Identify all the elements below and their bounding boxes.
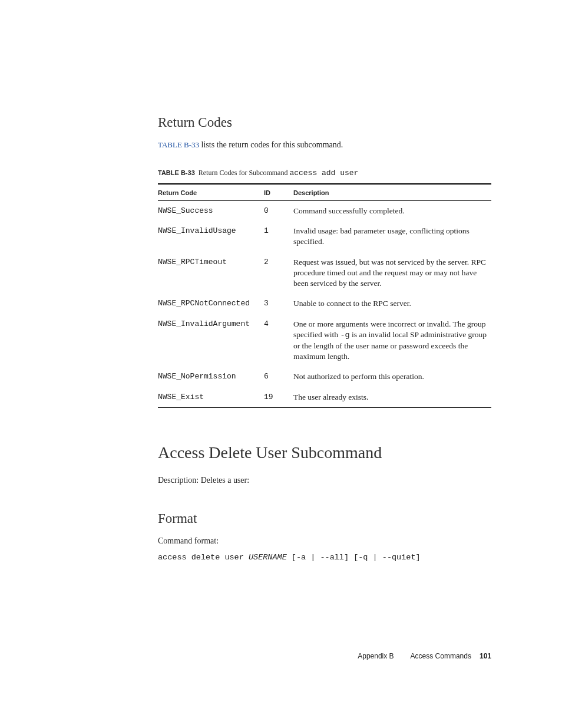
page-footer: Appendix BAccess Commands101 bbox=[358, 652, 491, 660]
table-caption-text: Return Codes for Subcommand bbox=[199, 169, 290, 177]
table-row: NWSE_InvalidUsage 1 Invalid usage: bad p… bbox=[158, 221, 491, 252]
table-row: NWSE_Exist 19 The user already exists. bbox=[158, 387, 491, 408]
cell-desc: One or more arguments were incorrect or … bbox=[293, 314, 491, 367]
cell-code: NWSE_InvalidUsage bbox=[158, 221, 264, 252]
cell-desc: Not authorized to perform this operation… bbox=[293, 367, 491, 387]
intro-text: lists the return codes for this subcomma… bbox=[199, 140, 343, 149]
return-codes-table: Return Code ID Description NWSE_Success … bbox=[158, 183, 491, 408]
section-heading-format: Format bbox=[158, 511, 491, 526]
section-heading-return-codes: Return Codes bbox=[158, 115, 491, 130]
cell-code: NWSE_InvalidArgument bbox=[158, 314, 264, 367]
table-row: NWSE_InvalidArgument 4 One or more argum… bbox=[158, 314, 491, 367]
cell-desc: Invalid usage: bad parameter usage, conf… bbox=[293, 221, 491, 252]
table-caption: TABLE B-33 Return Codes for Subcommand a… bbox=[158, 169, 491, 177]
cell-code: NWSE_RPCTimeout bbox=[158, 252, 264, 294]
cell-desc: Request was issued, but was not serviced… bbox=[293, 252, 491, 294]
cell-id: 0 bbox=[264, 201, 293, 222]
cell-desc: Command successfully completed. bbox=[293, 201, 491, 222]
format-label: Command format: bbox=[158, 535, 491, 547]
cmd-pre: access delete user bbox=[158, 553, 249, 562]
col-header-description: Description bbox=[293, 184, 491, 201]
cmd-username: USERNAME bbox=[249, 553, 287, 562]
col-header-return-code: Return Code bbox=[158, 184, 264, 201]
cell-code: NWSE_Success bbox=[158, 201, 264, 222]
cell-id: 3 bbox=[264, 294, 293, 314]
col-header-id: ID bbox=[264, 184, 293, 201]
table-reference-link[interactable]: TABLE B-33 bbox=[158, 140, 199, 149]
cell-code: NWSE_RPCNotConnected bbox=[158, 294, 264, 314]
cell-code: NWSE_NoPermission bbox=[158, 367, 264, 387]
table-caption-command: access add user bbox=[289, 169, 358, 177]
table-caption-label: TABLE B-33 bbox=[158, 169, 195, 176]
table-header-row: Return Code ID Description bbox=[158, 184, 491, 201]
cell-code: NWSE_Exist bbox=[158, 387, 264, 408]
cmd-post: [-a | --all] [-q | --quiet] bbox=[287, 553, 421, 562]
cell-id: 1 bbox=[264, 221, 293, 252]
intro-paragraph: TABLE B-33 lists the return codes for th… bbox=[158, 139, 491, 151]
cell-id: 4 bbox=[264, 314, 293, 367]
section-heading-access-delete: Access Delete User Subcommand bbox=[158, 443, 491, 462]
table-row: NWSE_RPCNotConnected 3 Unable to connect… bbox=[158, 294, 491, 314]
command-format: access delete user USERNAME [-a | --all]… bbox=[158, 553, 491, 562]
cell-desc: The user already exists. bbox=[293, 387, 491, 408]
table-row: NWSE_NoPermission 6 Not authorized to pe… bbox=[158, 367, 491, 387]
table-row: NWSE_RPCTimeout 2 Request was issued, bu… bbox=[158, 252, 491, 294]
cell-desc: Unable to connect to the RPC server. bbox=[293, 294, 491, 314]
description-text: Description: Deletes a user: bbox=[158, 474, 491, 486]
table-row: NWSE_Success 0 Command successfully comp… bbox=[158, 201, 491, 222]
footer-title: Access Commands bbox=[411, 652, 471, 660]
footer-page-number: 101 bbox=[480, 652, 491, 660]
cell-id: 2 bbox=[264, 252, 293, 294]
desc-mono: -g bbox=[340, 331, 349, 340]
cell-id: 19 bbox=[264, 387, 293, 408]
footer-appendix: Appendix B bbox=[358, 652, 394, 660]
cell-id: 6 bbox=[264, 367, 293, 387]
